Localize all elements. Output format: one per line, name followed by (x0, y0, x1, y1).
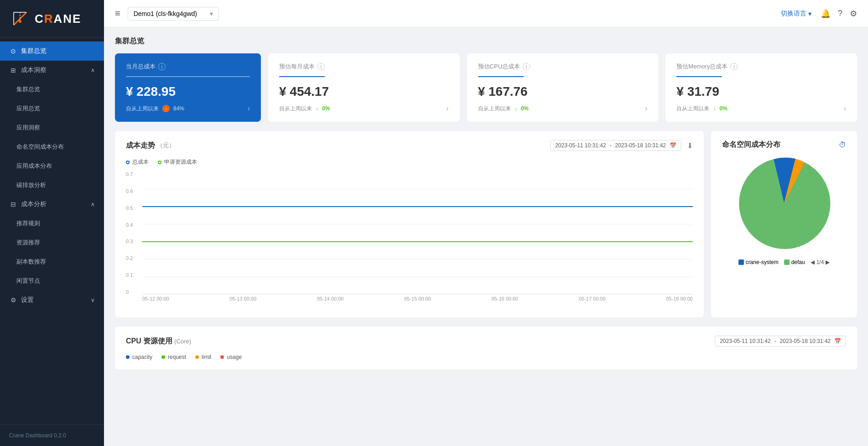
pie-legend: crane-system defau ◀ 1/4 ▶ (738, 259, 830, 265)
lang-switch-label: 切换语言 (781, 10, 806, 18)
chart-date-range-trend[interactable]: 2023-05-11 10:31:42 - 2023-05-18 10:31:4… (550, 140, 681, 151)
cost-footer-monthly: 自从上周以来 ↓ 0% › (279, 104, 449, 113)
download-icon-trend[interactable]: ⬇ (687, 141, 693, 150)
legend-default: defau (784, 259, 805, 265)
pagination-text: 1/4 (816, 259, 824, 265)
info-icon-memory[interactable]: i (730, 63, 738, 70)
legend-dot-green (158, 161, 161, 164)
trend-up-icon: ↑ (162, 105, 170, 112)
cost-amount-memory: ¥ 31.79 (676, 84, 846, 99)
legend-limit: limit (195, 354, 211, 360)
cpu-date-range[interactable]: 2023-05-11 10:31:42 - 2023-05-18 10:31:4… (715, 336, 846, 347)
chart-title-trend: 成本走势 (126, 141, 155, 150)
card-arrow-monthly[interactable]: › (446, 104, 448, 113)
cpu-legend: capacity request limit usage (126, 354, 846, 360)
cost-card-cpu: 预估CPU总成本 i ¥ 167.76 自从上周以来 ↓ 0% › (467, 53, 659, 122)
bell-icon[interactable]: 🔔 (821, 9, 831, 19)
legend-color-default (784, 259, 790, 265)
sidebar-item-label: 集群总览 (21, 47, 47, 55)
cpu-resource-card: CPU 资源使用 (Core) 2023-05-11 10:31:42 - 20… (115, 327, 857, 369)
language-switch[interactable]: 切换语言 ▾ (781, 10, 811, 18)
chart-header-trend: 成本走势 （元） 2023-05-11 10:31:42 - 2023-05-1… (126, 140, 693, 151)
legend-dot-usage (220, 355, 224, 359)
trend-down-icon-2: ↓ (515, 105, 517, 112)
sidebar-item-cluster-overview[interactable]: ⊙ 集群总览 (0, 41, 104, 61)
charts-row: 成本走势 （元） 2023-05-11 10:31:42 - 2023-05-1… (115, 131, 857, 317)
cost-footer-primary: 自从上周以来 ↑ 84% › (126, 104, 250, 113)
cpu-date-sep: - (774, 338, 776, 344)
cost-trend-chart: 成本走势 （元） 2023-05-11 10:31:42 - 2023-05-1… (115, 131, 704, 317)
sidebar-item-label: 命名空间成本分布 (16, 143, 64, 151)
help-icon[interactable]: ? (838, 9, 842, 18)
sidebar-item-replica-recommend[interactable]: 副本数推荐 (0, 252, 104, 271)
cluster-name: Demo1 (cls-fkkg4gwd) (134, 10, 197, 17)
logo-text: CRANE (35, 12, 81, 26)
cost-card-monthly: 预估每月成本 i ¥ 454.17 自从上周以来 ↓ 0% › (268, 53, 460, 122)
sidebar-item-cost-analysis[interactable]: ⊟ 成本分析 ∧ (0, 195, 104, 214)
cost-amount-primary: ¥ 228.95 (126, 84, 250, 99)
cpu-date-end: 2023-05-18 10:31:42 (780, 338, 831, 344)
sidebar-item-recommend-rules[interactable]: 推荐规则 (0, 214, 104, 233)
clock-icon-ns[interactable]: ⏱ (839, 141, 846, 149)
legend-usage: usage (220, 354, 242, 360)
sidebar-item-label: 成本洞察 (21, 66, 47, 74)
legend-dot-blue (126, 161, 130, 164)
cluster-selector[interactable]: Demo1 (cls-fkkg4gwd) ▾ (128, 7, 219, 21)
pie-pagination: ◀ 1/4 ▶ (811, 259, 830, 265)
info-icon-cpu[interactable]: i (523, 63, 530, 70)
ns-chart-header: 命名空间成本分布 ⏱ (722, 140, 846, 150)
cost-card-current-month: 当月总成本 i ¥ 228.95 自从上周以来 ↑ 84% › (115, 53, 261, 122)
cost-amount-cpu: ¥ 167.76 (478, 84, 648, 99)
cost-card-title-memory: 预估Memory总成本 i (676, 62, 846, 71)
next-page-icon[interactable]: ▶ (826, 259, 830, 265)
sidebar-item-label: 闲置节点 (16, 277, 40, 285)
sidebar-item-settings[interactable]: ⚙ 设置 ∨ (0, 290, 104, 310)
version-text: Crane Dashboard 0.2.0 (9, 432, 66, 439)
info-icon-monthly[interactable]: i (317, 63, 325, 70)
date-sep-trend: - (610, 142, 612, 149)
dropdown-arrow-icon: ▾ (210, 10, 213, 17)
main-content: 集群总览 当月总成本 i ¥ 228.95 自从上周以来 ↑ 84% › (104, 27, 868, 446)
cost-insight-icon: ⊞ (9, 67, 17, 74)
sidebar-footer: Crane Dashboard 0.2.0 (0, 425, 104, 446)
sidebar-item-label: 应用总览 (16, 104, 40, 113)
header-icons: 🔔 ? ⚙ (821, 9, 857, 19)
legend-dot-limit (195, 355, 199, 359)
sidebar-item-cluster-summary[interactable]: 集群总览 (0, 80, 104, 99)
sidebar-item-resource-recommend[interactable]: 资源推荐 (0, 233, 104, 252)
cpu-chart-unit: (Core) (174, 338, 191, 345)
info-icon-primary[interactable]: i (158, 63, 166, 70)
legend-dot-request (161, 355, 165, 359)
sidebar-item-app-cost[interactable]: 应用成本分布 (0, 156, 104, 176)
ns-chart-title: 命名空间成本分布 (722, 140, 780, 150)
settings-gear-icon[interactable]: ⚙ (850, 9, 857, 19)
crane-logo-icon (9, 8, 31, 30)
lang-chevron-icon: ▾ (808, 10, 811, 17)
card-arrow-primary[interactable]: › (248, 104, 250, 113)
cost-card-memory: 预估Memory总成本 i ¥ 31.79 自从上周以来 ↓ 0% › (665, 53, 857, 122)
hamburger-button[interactable]: ≡ (115, 8, 120, 19)
sidebar-item-label: 应用洞察 (16, 124, 40, 132)
legend-total: 总成本 (126, 158, 149, 166)
sidebar-item-label: 应用成本分布 (16, 162, 52, 170)
sidebar-item-app-overview[interactable]: 应用总览 (0, 99, 104, 118)
card-arrow-memory[interactable]: › (844, 104, 846, 113)
chart-legend-trend: 总成本 申请资源成本 (126, 158, 693, 166)
calendar-icon-cpu: 📅 (834, 338, 841, 344)
svg-point-5 (19, 20, 21, 23)
sidebar-item-namespace-cost[interactable]: 命名空间成本分布 (0, 137, 104, 156)
chevron-up-icon: ∧ (91, 67, 95, 73)
sidebar-item-cost-insight[interactable]: ⊞ 成本洞察 ∧ (0, 61, 104, 80)
card-arrow-cpu[interactable]: › (645, 104, 647, 113)
sidebar-item-carbon-analysis[interactable]: 碳排放分析 (0, 176, 104, 195)
sidebar: CRANE ⊙ 集群总览 ⊞ 成本洞察 ∧ 集群总览 应用总览 应用洞察 命名空… (0, 0, 104, 446)
cost-cards-row: 当月总成本 i ¥ 228.95 自从上周以来 ↑ 84% › 预估每月成本 i (115, 53, 857, 122)
trend-down-icon-1: ↓ (316, 105, 318, 112)
card-divider-blue-2 (478, 76, 524, 77)
legend-label-default: defau (791, 259, 805, 265)
prev-page-icon[interactable]: ◀ (811, 259, 815, 265)
sidebar-item-idle-nodes[interactable]: 闲置节点 (0, 271, 104, 290)
logo-area: CRANE (0, 0, 104, 38)
sidebar-item-app-insight[interactable]: 应用洞察 (0, 118, 104, 137)
line-chart-container: 0.7 0.6 0.5 0.4 0.3 0.2 0.1 0 (126, 171, 693, 308)
